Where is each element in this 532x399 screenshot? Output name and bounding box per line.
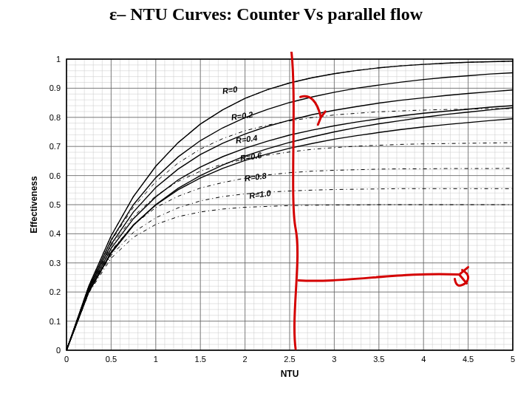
x-tick-label: 5 (511, 355, 515, 364)
y-tick-label: 0.7 (50, 142, 61, 151)
y-tick-label: 0.3 (50, 259, 61, 267)
y-tick-label: 0.6 (50, 171, 61, 180)
x-tick-label: 0.5 (106, 355, 117, 364)
y-tick-label: 0.5 (50, 200, 61, 209)
x-tick-label: 4.5 (463, 355, 474, 364)
x-tick-label: 4 (421, 355, 426, 364)
page-title: ε– NTU Curves: Counter Vs parallel flow (0, 4, 532, 24)
y-tick-label: 0.1 (50, 317, 61, 326)
x-tick-label: 1.5 (195, 355, 206, 364)
x-tick-label: 2.5 (284, 355, 295, 364)
y-tick-label: 1 (56, 55, 61, 64)
x-tick-label: 3 (332, 355, 336, 364)
x-tick-label: 1 (154, 355, 158, 364)
effectiveness-ntu-chart: 00.511.522.533.544.5500.10.20.30.40.50.6… (27, 52, 522, 384)
x-tick-label: 3.5 (373, 355, 384, 364)
y-tick-label: 0 (56, 346, 61, 355)
x-axis-label: NTU (281, 369, 299, 379)
x-tick-label: 2 (243, 355, 248, 364)
y-tick-label: 0.4 (50, 229, 61, 238)
x-tick-label: 0 (64, 355, 69, 364)
y-tick-label: 0.9 (50, 83, 61, 92)
epsilon-symbol: ε– (109, 4, 130, 24)
chart-container: 00.511.522.533.544.5500.10.20.30.40.50.6… (27, 52, 522, 384)
title-text: NTU Curves: Counter Vs parallel flow (130, 4, 423, 24)
y-tick-label: 0.8 (50, 113, 61, 122)
y-axis-label: Effectiveness (29, 176, 39, 233)
y-tick-label: 0.2 (50, 287, 61, 296)
